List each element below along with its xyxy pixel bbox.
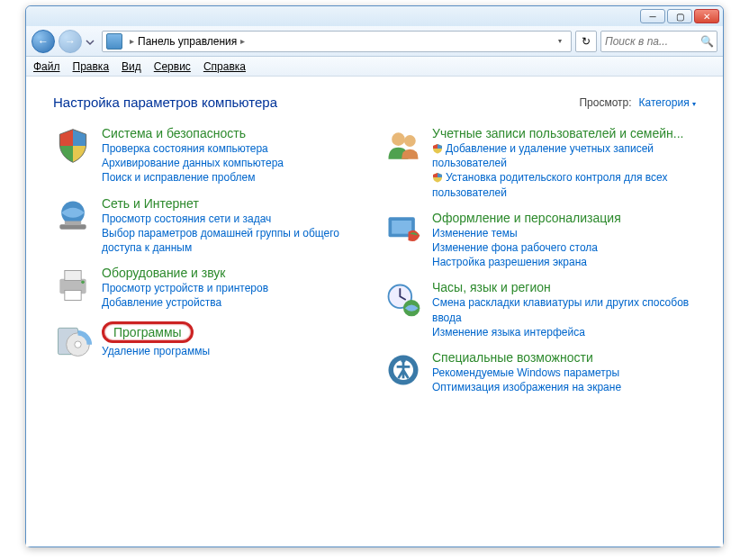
chevron-down-icon: ▾ <box>692 100 696 108</box>
clock-globe-icon <box>384 280 423 320</box>
link-uninstall[interactable]: Удаление программы <box>102 344 365 358</box>
category-title-personalization[interactable]: Оформление и персонализация <box>432 211 621 225</box>
svg-rect-13 <box>392 221 411 234</box>
svg-rect-5 <box>65 291 81 301</box>
category-personalization: Оформление и персонализация Изменение те… <box>384 211 696 270</box>
appearance-icon <box>384 211 423 250</box>
link-troubleshoot[interactable]: Поиск и исправление проблем <box>102 170 365 185</box>
category-hardware: Оборудование и звук Просмотр устройств и… <box>53 266 365 310</box>
category-title-region[interactable]: Часы, язык и регион <box>432 280 551 294</box>
link-parental-control[interactable]: Установка родительского контроля для все… <box>432 170 696 199</box>
breadcrumb-root[interactable]: Панель управления <box>138 35 237 48</box>
svg-rect-2 <box>65 221 81 225</box>
link-resolution[interactable]: Настройка разрешения экрана <box>432 255 696 269</box>
printer-icon <box>53 266 93 305</box>
link-devices[interactable]: Просмотр устройств и принтеров <box>102 281 365 295</box>
menu-bar: Файл Правка Вид Сервис Справка <box>26 57 723 77</box>
svg-point-18 <box>401 357 406 363</box>
menu-service[interactable]: Сервис <box>154 60 191 73</box>
search-icon: 🔍 <box>700 35 713 48</box>
heading-row: Настройка параметров компьютера Просмотр… <box>53 95 696 110</box>
breadcrumb-sep-icon: ▸ <box>240 36 245 46</box>
shield-icon <box>53 126 93 166</box>
link-check-status[interactable]: Проверка состояния компьютера <box>102 141 365 156</box>
view-by-value[interactable]: Категория ▾ <box>639 96 696 109</box>
users-icon <box>384 126 423 166</box>
category-region: Часы, язык и регион Смена раскладки клав… <box>384 280 696 339</box>
svg-point-9 <box>75 341 81 348</box>
category-columns: Система и безопасность Проверка состояни… <box>53 126 696 394</box>
address-dropdown-icon[interactable]: ▾ <box>553 37 567 45</box>
link-display-language[interactable]: Изменение языка интерфейса <box>432 325 696 339</box>
svg-point-10 <box>392 132 405 146</box>
menu-edit[interactable]: Правка <box>73 60 110 73</box>
uac-shield-icon <box>432 143 443 154</box>
network-icon <box>53 196 93 236</box>
category-title-users[interactable]: Учетные записи пользователей и семейн... <box>432 126 683 140</box>
disc-box-icon <box>53 321 93 361</box>
forward-button[interactable]: → <box>59 30 82 53</box>
category-users: Учетные записи пользователей и семейн...… <box>384 126 696 200</box>
svg-rect-4 <box>65 271 81 281</box>
menu-file[interactable]: Файл <box>33 60 60 73</box>
view-by-label: Просмотр: <box>579 96 631 109</box>
back-button[interactable]: ← <box>32 30 55 53</box>
right-column: Учетные записи пользователей и семейн...… <box>384 126 696 394</box>
svg-point-6 <box>81 281 85 285</box>
link-add-device[interactable]: Добавление устройства <box>102 295 365 310</box>
minimize-button[interactable]: ─ <box>640 9 665 23</box>
page-title: Настройка параметров компьютера <box>53 95 277 110</box>
link-keyboard-layout[interactable]: Смена раскладки клавиатуры или других сп… <box>432 295 696 324</box>
search-input[interactable] <box>605 35 700 48</box>
link-backup[interactable]: Архивирование данных компьютера <box>102 156 365 170</box>
svg-point-11 <box>404 135 416 147</box>
link-optimize-display[interactable]: Оптимизация изображения на экране <box>432 380 696 394</box>
category-title-network[interactable]: Сеть и Интернет <box>102 196 199 211</box>
category-programs: Программы Удаление программы <box>53 321 365 361</box>
category-accessibility: Специальные возможности Рекомендуемые Wi… <box>384 350 696 394</box>
category-title-accessibility[interactable]: Специальные возможности <box>432 350 593 365</box>
category-title-programs[interactable]: Программы <box>102 321 194 343</box>
view-by-selector[interactable]: Просмотр: Категория ▾ <box>579 96 696 109</box>
left-column: Система и безопасность Проверка состояни… <box>53 126 365 394</box>
maximize-button[interactable]: ▢ <box>667 9 692 23</box>
link-homegroup[interactable]: Выбор параметров домашней группы и общег… <box>102 226 365 255</box>
close-button[interactable]: ✕ <box>694 9 719 23</box>
breadcrumb-sep-icon: ▸ <box>130 36 134 46</box>
navigation-bar: ← → ▸ Панель управления ▸ ▾ ↻ 🔍 <box>26 26 723 57</box>
link-theme[interactable]: Изменение темы <box>432 226 696 240</box>
menu-view[interactable]: Вид <box>122 60 141 73</box>
category-system-security: Система и безопасность Проверка состояни… <box>53 126 365 185</box>
link-recommended-settings[interactable]: Рекомендуемые Windows параметры <box>432 366 696 380</box>
search-box[interactable]: 🔍 <box>600 31 717 52</box>
nav-history-dropdown[interactable] <box>86 37 95 46</box>
control-panel-icon <box>106 33 122 50</box>
control-panel-window: ─ ▢ ✕ ← → ▸ Панель управления ▸ ▾ ↻ 🔍 Фа… <box>25 5 724 547</box>
category-title-hardware[interactable]: Оборудование и звук <box>102 266 226 280</box>
refresh-button[interactable]: ↻ <box>575 31 597 52</box>
link-wallpaper[interactable]: Изменение фона рабочего стола <box>432 240 696 255</box>
content-area: Настройка параметров компьютера Просмотр… <box>26 77 723 546</box>
link-network-status[interactable]: Просмотр состояния сети и задач <box>102 212 365 226</box>
address-bar[interactable]: ▸ Панель управления ▸ ▾ <box>102 31 572 52</box>
titlebar: ─ ▢ ✕ <box>26 6 723 26</box>
category-network: Сеть и Интернет Просмотр состояния сети … <box>53 196 365 256</box>
accessibility-icon <box>384 350 423 390</box>
menu-help[interactable]: Справка <box>203 60 246 73</box>
link-add-remove-users[interactable]: Добавление и удаление учетных записей по… <box>432 141 696 170</box>
uac-shield-icon <box>432 172 443 183</box>
category-title-system[interactable]: Система и безопасность <box>102 126 246 140</box>
